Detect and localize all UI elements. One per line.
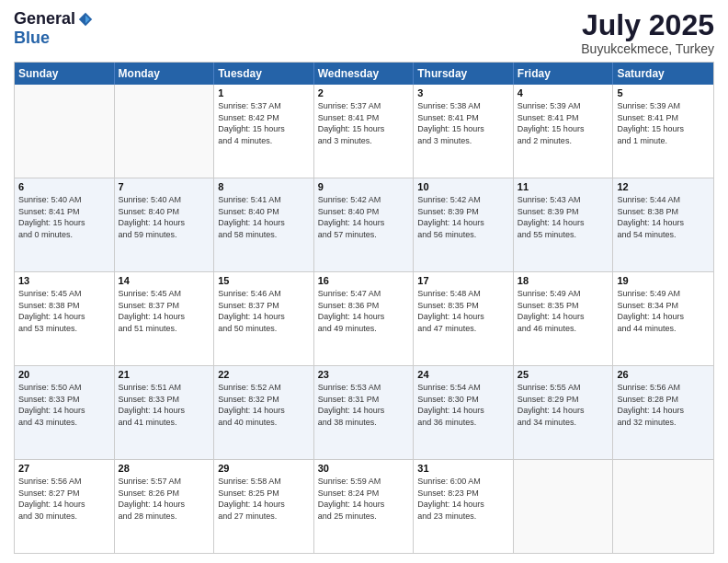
cell-info: Sunrise: 5:49 AMSunset: 8:34 PMDaylight:…	[617, 288, 710, 334]
day-number: 18	[518, 275, 609, 286]
calendar-cell: 2Sunrise: 5:37 AMSunset: 8:41 PMDaylight…	[314, 85, 415, 178]
header-day-wednesday: Wednesday	[314, 63, 415, 85]
calendar-cell	[514, 460, 614, 553]
cell-info: Sunrise: 5:45 AMSunset: 8:38 PMDaylight:…	[18, 288, 110, 334]
day-number: 31	[417, 463, 509, 474]
calendar-row-4: 27Sunrise: 5:56 AMSunset: 8:27 PMDayligh…	[15, 459, 713, 553]
cell-info: Sunrise: 5:42 AMSunset: 8:39 PMDaylight:…	[417, 194, 509, 240]
cell-info: Sunrise: 5:55 AMSunset: 8:29 PMDaylight:…	[518, 382, 609, 428]
cell-info: Sunrise: 5:37 AMSunset: 8:42 PMDaylight:…	[218, 100, 310, 146]
cell-info: Sunrise: 5:39 AMSunset: 8:41 PMDaylight:…	[518, 100, 609, 146]
calendar-row-2: 13Sunrise: 5:45 AMSunset: 8:38 PMDayligh…	[15, 271, 713, 365]
day-number: 3	[417, 87, 509, 98]
day-number: 28	[119, 463, 210, 474]
month-title: July 2025	[581, 9, 714, 41]
day-number: 20	[18, 369, 110, 380]
day-number: 27	[18, 463, 110, 474]
logo-blue: Blue	[14, 29, 50, 47]
cell-info: Sunrise: 5:53 AMSunset: 8:31 PMDaylight:…	[318, 382, 410, 428]
cell-info: Sunrise: 5:39 AMSunset: 8:41 PMDaylight:…	[617, 100, 710, 146]
day-number: 8	[218, 181, 310, 192]
calendar-cell: 3Sunrise: 5:38 AMSunset: 8:41 PMDaylight…	[414, 85, 514, 178]
day-number: 13	[18, 275, 110, 286]
day-number: 29	[218, 463, 310, 474]
calendar-cell: 27Sunrise: 5:56 AMSunset: 8:27 PMDayligh…	[15, 460, 115, 553]
calendar-cell: 5Sunrise: 5:39 AMSunset: 8:41 PMDaylight…	[613, 85, 713, 178]
cell-info: Sunrise: 5:50 AMSunset: 8:33 PMDaylight:…	[18, 382, 110, 428]
cell-info: Sunrise: 5:52 AMSunset: 8:32 PMDaylight:…	[218, 382, 310, 428]
day-number: 15	[218, 275, 310, 286]
cell-info: Sunrise: 5:37 AMSunset: 8:41 PMDaylight:…	[318, 100, 410, 146]
cell-info: Sunrise: 5:56 AMSunset: 8:27 PMDaylight:…	[18, 476, 110, 522]
calendar-cell: 11Sunrise: 5:43 AMSunset: 8:39 PMDayligh…	[514, 178, 614, 271]
header-day-thursday: Thursday	[414, 63, 514, 85]
calendar-row-1: 6Sunrise: 5:40 AMSunset: 8:41 PMDaylight…	[15, 178, 713, 271]
cell-info: Sunrise: 6:00 AMSunset: 8:23 PMDaylight:…	[417, 476, 509, 522]
calendar-cell: 17Sunrise: 5:48 AMSunset: 8:35 PMDayligh…	[414, 272, 514, 365]
calendar-cell: 10Sunrise: 5:42 AMSunset: 8:39 PMDayligh…	[414, 178, 514, 271]
day-number: 24	[417, 369, 509, 380]
day-number: 30	[318, 463, 410, 474]
day-number: 10	[417, 181, 509, 192]
calendar-cell	[15, 85, 115, 178]
calendar-header: SundayMondayTuesdayWednesdayThursdayFrid…	[15, 63, 713, 85]
day-number: 9	[318, 181, 410, 192]
header-day-monday: Monday	[115, 63, 215, 85]
calendar-cell: 30Sunrise: 5:59 AMSunset: 8:24 PMDayligh…	[314, 460, 415, 553]
cell-info: Sunrise: 5:59 AMSunset: 8:24 PMDaylight:…	[318, 476, 410, 522]
day-number: 25	[518, 369, 609, 380]
logo-general: General	[14, 9, 75, 29]
calendar-cell: 8Sunrise: 5:41 AMSunset: 8:40 PMDaylight…	[214, 178, 314, 271]
calendar-cell: 25Sunrise: 5:55 AMSunset: 8:29 PMDayligh…	[514, 366, 614, 459]
day-number: 2	[318, 87, 410, 98]
cell-info: Sunrise: 5:44 AMSunset: 8:38 PMDaylight:…	[617, 194, 710, 240]
cell-info: Sunrise: 5:58 AMSunset: 8:25 PMDaylight:…	[218, 476, 310, 522]
day-number: 26	[617, 369, 710, 380]
cell-info: Sunrise: 5:42 AMSunset: 8:40 PMDaylight:…	[318, 194, 410, 240]
day-number: 11	[518, 181, 609, 192]
calendar-row-3: 20Sunrise: 5:50 AMSunset: 8:33 PMDayligh…	[15, 365, 713, 459]
day-number: 7	[119, 181, 210, 192]
calendar-cell: 9Sunrise: 5:42 AMSunset: 8:40 PMDaylight…	[314, 178, 415, 271]
calendar-cell: 1Sunrise: 5:37 AMSunset: 8:42 PMDaylight…	[214, 85, 314, 178]
calendar-cell: 13Sunrise: 5:45 AMSunset: 8:38 PMDayligh…	[15, 272, 115, 365]
calendar-row-0: 1Sunrise: 5:37 AMSunset: 8:42 PMDaylight…	[15, 85, 713, 178]
cell-info: Sunrise: 5:49 AMSunset: 8:35 PMDaylight:…	[518, 288, 609, 334]
day-number: 22	[218, 369, 310, 380]
cell-info: Sunrise: 5:54 AMSunset: 8:30 PMDaylight:…	[417, 382, 509, 428]
calendar-cell: 23Sunrise: 5:53 AMSunset: 8:31 PMDayligh…	[314, 366, 415, 459]
calendar-cell: 29Sunrise: 5:58 AMSunset: 8:25 PMDayligh…	[214, 460, 314, 553]
calendar-cell: 15Sunrise: 5:46 AMSunset: 8:37 PMDayligh…	[214, 272, 314, 365]
page-header: General Blue July 2025 Buyukcekmece, Tur…	[14, 9, 714, 56]
day-number: 1	[218, 87, 310, 98]
calendar-cell: 24Sunrise: 5:54 AMSunset: 8:30 PMDayligh…	[414, 366, 514, 459]
cell-info: Sunrise: 5:38 AMSunset: 8:41 PMDaylight:…	[417, 100, 509, 146]
calendar-cell: 21Sunrise: 5:51 AMSunset: 8:33 PMDayligh…	[115, 366, 215, 459]
day-number: 4	[518, 87, 609, 98]
calendar-cell: 14Sunrise: 5:45 AMSunset: 8:37 PMDayligh…	[115, 272, 215, 365]
day-number: 6	[18, 181, 110, 192]
cell-info: Sunrise: 5:41 AMSunset: 8:40 PMDaylight:…	[218, 194, 310, 240]
day-number: 16	[318, 275, 410, 286]
calendar-cell: 20Sunrise: 5:50 AMSunset: 8:33 PMDayligh…	[15, 366, 115, 459]
calendar-cell: 19Sunrise: 5:49 AMSunset: 8:34 PMDayligh…	[613, 272, 713, 365]
cell-info: Sunrise: 5:46 AMSunset: 8:37 PMDaylight:…	[218, 288, 310, 334]
logo-icon	[77, 11, 94, 28]
day-number: 23	[318, 369, 410, 380]
cell-info: Sunrise: 5:56 AMSunset: 8:28 PMDaylight:…	[617, 382, 710, 428]
calendar-cell: 26Sunrise: 5:56 AMSunset: 8:28 PMDayligh…	[613, 366, 713, 459]
calendar-cell: 31Sunrise: 6:00 AMSunset: 8:23 PMDayligh…	[414, 460, 514, 553]
calendar-cell: 6Sunrise: 5:40 AMSunset: 8:41 PMDaylight…	[15, 178, 115, 271]
day-number: 5	[617, 87, 710, 98]
calendar-cell: 16Sunrise: 5:47 AMSunset: 8:36 PMDayligh…	[314, 272, 415, 365]
calendar-cell: 12Sunrise: 5:44 AMSunset: 8:38 PMDayligh…	[613, 178, 713, 271]
cell-info: Sunrise: 5:45 AMSunset: 8:37 PMDaylight:…	[119, 288, 210, 334]
calendar-cell	[115, 85, 215, 178]
header-day-sunday: Sunday	[15, 63, 115, 85]
day-number: 21	[119, 369, 210, 380]
day-number: 19	[617, 275, 710, 286]
cell-info: Sunrise: 5:40 AMSunset: 8:40 PMDaylight:…	[119, 194, 210, 240]
calendar-cell: 28Sunrise: 5:57 AMSunset: 8:26 PMDayligh…	[115, 460, 215, 553]
cell-info: Sunrise: 5:51 AMSunset: 8:33 PMDaylight:…	[119, 382, 210, 428]
calendar-cell: 4Sunrise: 5:39 AMSunset: 8:41 PMDaylight…	[514, 85, 614, 178]
